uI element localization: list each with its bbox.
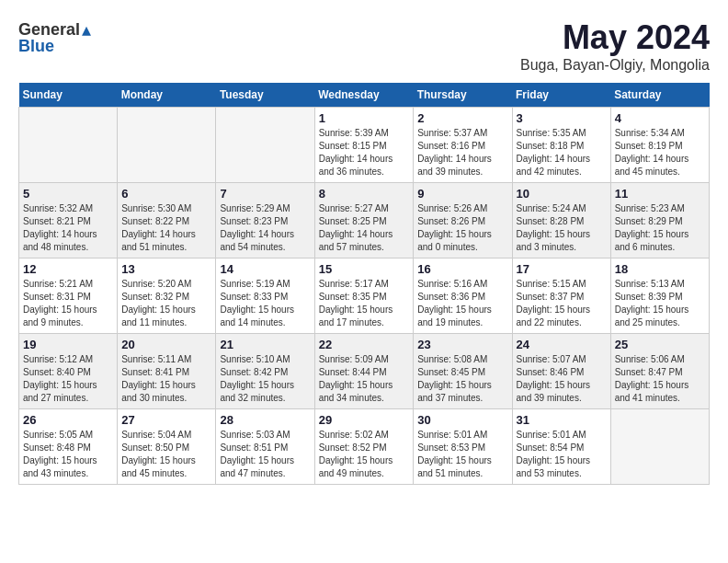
day-info: Sunrise: 5:29 AM Sunset: 8:23 PM Dayligh… <box>220 202 310 254</box>
day-number: 24 <box>517 338 607 351</box>
day-info: Sunrise: 5:16 AM Sunset: 8:36 PM Dayligh… <box>417 278 507 329</box>
day-number: 14 <box>220 262 310 276</box>
day-info: Sunrise: 5:19 AM Sunset: 8:33 PM Dayligh… <box>220 278 310 329</box>
day-number: 5 <box>23 187 113 201</box>
page-header: General ▴ Blue May 2024 Buga, Bayan-Olgi… <box>18 18 710 74</box>
title-section: May 2024 Buga, Bayan-Olgiy, Mongolia <box>520 18 710 74</box>
day-number: 10 <box>517 187 607 201</box>
day-number: 20 <box>121 338 211 351</box>
table-row: 25Sunrise: 5:06 AM Sunset: 8:47 PM Dayli… <box>610 334 709 409</box>
table-row: 19Sunrise: 5:12 AM Sunset: 8:40 PM Dayli… <box>19 334 118 409</box>
table-row: 6Sunrise: 5:30 AM Sunset: 8:22 PM Daylig… <box>118 183 216 259</box>
day-number: 4 <box>615 111 705 125</box>
day-number: 22 <box>319 338 410 351</box>
day-number: 19 <box>23 338 113 351</box>
day-info: Sunrise: 5:27 AM Sunset: 8:25 PM Dayligh… <box>319 202 410 254</box>
logo-blue: Blue <box>18 37 54 56</box>
day-info: Sunrise: 5:37 AM Sunset: 8:16 PM Dayligh… <box>417 127 507 178</box>
table-row: 14Sunrise: 5:19 AM Sunset: 8:33 PM Dayli… <box>216 259 314 334</box>
day-info: Sunrise: 5:17 AM Sunset: 8:35 PM Dayligh… <box>319 278 410 329</box>
location-subtitle: Buga, Bayan-Olgiy, Mongolia <box>520 57 710 74</box>
day-number: 27 <box>121 413 211 427</box>
table-row: 9Sunrise: 5:26 AM Sunset: 8:26 PM Daylig… <box>414 183 512 259</box>
day-info: Sunrise: 5:13 AM Sunset: 8:39 PM Dayligh… <box>615 278 705 329</box>
calendar-week-row: 26Sunrise: 5:05 AM Sunset: 8:48 PM Dayli… <box>19 409 710 485</box>
day-info: Sunrise: 5:15 AM Sunset: 8:37 PM Dayligh… <box>517 278 607 329</box>
header-sunday: Sunday <box>19 83 118 108</box>
day-info: Sunrise: 5:10 AM Sunset: 8:42 PM Dayligh… <box>220 353 310 405</box>
header-thursday: Thursday <box>414 83 512 108</box>
day-info: Sunrise: 5:39 AM Sunset: 8:15 PM Dayligh… <box>319 127 410 178</box>
table-row: 8Sunrise: 5:27 AM Sunset: 8:25 PM Daylig… <box>314 183 414 259</box>
table-row: 22Sunrise: 5:09 AM Sunset: 8:44 PM Dayli… <box>314 334 414 409</box>
day-info: Sunrise: 5:20 AM Sunset: 8:32 PM Dayligh… <box>121 278 211 329</box>
day-number: 11 <box>615 187 705 201</box>
table-row <box>610 409 709 485</box>
day-number: 7 <box>220 187 310 201</box>
day-info: Sunrise: 5:04 AM Sunset: 8:50 PM Dayligh… <box>121 429 211 480</box>
day-number: 26 <box>23 413 113 427</box>
table-row: 5Sunrise: 5:32 AM Sunset: 8:21 PM Daylig… <box>19 183 118 259</box>
table-row: 20Sunrise: 5:11 AM Sunset: 8:41 PM Dayli… <box>118 334 216 409</box>
day-info: Sunrise: 5:05 AM Sunset: 8:48 PM Dayligh… <box>23 429 113 480</box>
table-row: 28Sunrise: 5:03 AM Sunset: 8:51 PM Dayli… <box>216 409 314 485</box>
header-friday: Friday <box>512 83 610 108</box>
header-monday: Monday <box>118 83 216 108</box>
table-row: 3Sunrise: 5:35 AM Sunset: 8:18 PM Daylig… <box>512 108 610 183</box>
table-row: 21Sunrise: 5:10 AM Sunset: 8:42 PM Dayli… <box>216 334 314 409</box>
table-row <box>216 108 314 183</box>
day-info: Sunrise: 5:06 AM Sunset: 8:47 PM Dayligh… <box>615 353 705 405</box>
day-info: Sunrise: 5:21 AM Sunset: 8:31 PM Dayligh… <box>23 278 113 329</box>
day-info: Sunrise: 5:08 AM Sunset: 8:45 PM Dayligh… <box>417 353 507 405</box>
month-year-title: May 2024 <box>520 18 710 57</box>
table-row: 11Sunrise: 5:23 AM Sunset: 8:29 PM Dayli… <box>610 183 709 259</box>
logo-bird-icon: ▴ <box>82 18 91 40</box>
day-info: Sunrise: 5:34 AM Sunset: 8:19 PM Dayligh… <box>615 127 705 178</box>
day-info: Sunrise: 5:01 AM Sunset: 8:53 PM Dayligh… <box>417 429 507 480</box>
table-row: 13Sunrise: 5:20 AM Sunset: 8:32 PM Dayli… <box>118 259 216 334</box>
day-info: Sunrise: 5:26 AM Sunset: 8:26 PM Dayligh… <box>417 202 507 254</box>
day-number: 31 <box>517 413 607 427</box>
table-row: 31Sunrise: 5:01 AM Sunset: 8:54 PM Dayli… <box>512 409 610 485</box>
table-row: 26Sunrise: 5:05 AM Sunset: 8:48 PM Dayli… <box>19 409 118 485</box>
day-info: Sunrise: 5:30 AM Sunset: 8:22 PM Dayligh… <box>121 202 211 254</box>
day-number: 28 <box>220 413 310 427</box>
table-row: 30Sunrise: 5:01 AM Sunset: 8:53 PM Dayli… <box>414 409 512 485</box>
day-number: 9 <box>417 187 507 201</box>
day-number: 23 <box>417 338 507 351</box>
logo: General ▴ Blue <box>18 18 91 56</box>
table-row: 12Sunrise: 5:21 AM Sunset: 8:31 PM Dayli… <box>19 259 118 334</box>
calendar-header-row: Sunday Monday Tuesday Wednesday Thursday… <box>19 83 710 108</box>
table-row: 10Sunrise: 5:24 AM Sunset: 8:28 PM Dayli… <box>512 183 610 259</box>
day-info: Sunrise: 5:09 AM Sunset: 8:44 PM Dayligh… <box>319 353 410 405</box>
table-row: 7Sunrise: 5:29 AM Sunset: 8:23 PM Daylig… <box>216 183 314 259</box>
table-row <box>118 108 216 183</box>
table-row: 1Sunrise: 5:39 AM Sunset: 8:15 PM Daylig… <box>314 108 414 183</box>
table-row: 18Sunrise: 5:13 AM Sunset: 8:39 PM Dayli… <box>610 259 709 334</box>
day-number: 2 <box>417 111 507 125</box>
table-row: 2Sunrise: 5:37 AM Sunset: 8:16 PM Daylig… <box>414 108 512 183</box>
day-info: Sunrise: 5:23 AM Sunset: 8:29 PM Dayligh… <box>615 202 705 254</box>
header-tuesday: Tuesday <box>216 83 314 108</box>
day-info: Sunrise: 5:11 AM Sunset: 8:41 PM Dayligh… <box>121 353 211 405</box>
table-row: 17Sunrise: 5:15 AM Sunset: 8:37 PM Dayli… <box>512 259 610 334</box>
calendar-table: Sunday Monday Tuesday Wednesday Thursday… <box>18 83 710 485</box>
table-row: 27Sunrise: 5:04 AM Sunset: 8:50 PM Dayli… <box>118 409 216 485</box>
day-number: 1 <box>319 111 410 125</box>
calendar-week-row: 12Sunrise: 5:21 AM Sunset: 8:31 PM Dayli… <box>19 259 710 334</box>
header-saturday: Saturday <box>610 83 709 108</box>
day-number: 29 <box>319 413 410 427</box>
day-info: Sunrise: 5:03 AM Sunset: 8:51 PM Dayligh… <box>220 429 310 480</box>
table-row: 23Sunrise: 5:08 AM Sunset: 8:45 PM Dayli… <box>414 334 512 409</box>
day-number: 25 <box>615 338 705 351</box>
calendar-week-row: 5Sunrise: 5:32 AM Sunset: 8:21 PM Daylig… <box>19 183 710 259</box>
table-row: 16Sunrise: 5:16 AM Sunset: 8:36 PM Dayli… <box>414 259 512 334</box>
day-number: 6 <box>121 187 211 201</box>
day-info: Sunrise: 5:24 AM Sunset: 8:28 PM Dayligh… <box>517 202 607 254</box>
day-number: 8 <box>319 187 410 201</box>
day-info: Sunrise: 5:35 AM Sunset: 8:18 PM Dayligh… <box>517 127 607 178</box>
day-number: 12 <box>23 262 113 276</box>
table-row <box>19 108 118 183</box>
table-row: 29Sunrise: 5:02 AM Sunset: 8:52 PM Dayli… <box>314 409 414 485</box>
day-number: 13 <box>121 262 211 276</box>
